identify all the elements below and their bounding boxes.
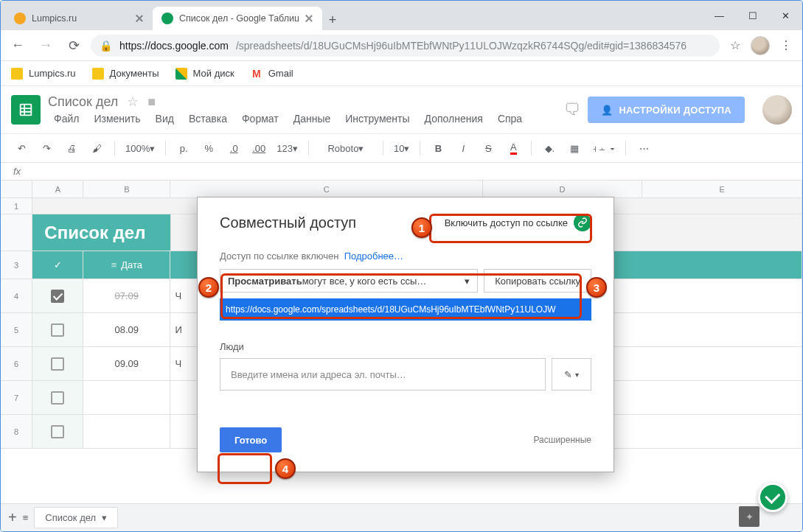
menu-file[interactable]: Файл [48,111,85,126]
row-header[interactable]: 8 [1,415,32,448]
explore-button[interactable]: ✦ [739,506,759,527]
menu-help[interactable]: Спра [492,111,528,126]
col-header[interactable]: E [642,181,802,197]
fillcolor-button[interactable]: ◆. [539,138,560,158]
bold-button[interactable]: B [428,138,448,158]
verified-fab-icon[interactable] [758,483,788,512]
menu-view[interactable]: Вид [150,111,180,126]
menu-data[interactable]: Данные [288,111,337,126]
sheet-tab[interactable]: Список дел▾ [34,507,118,528]
url-field[interactable]: 🔒 https://docs.google.com/spreadsheets/d… [91,35,720,57]
sheets-logo-icon[interactable] [11,95,41,125]
bookmark-item[interactable]: Мой диск [175,68,234,80]
currency-button[interactable]: р. [173,138,194,158]
redo-button[interactable]: ↷ [36,138,57,158]
comments-icon[interactable]: 🗨 [564,100,580,119]
checkbox[interactable] [51,391,64,405]
borders-button[interactable]: ▦ [564,138,585,158]
doc-title[interactable]: Список дел [48,94,118,110]
percent-button[interactable]: % [198,138,219,158]
bookmark-item[interactable]: MGmail [251,68,293,80]
strike-button[interactable]: S [478,138,498,158]
print-button[interactable]: 🖨 [61,138,82,158]
column-headers: A B C D E [1,181,802,198]
italic-button[interactable]: I [453,138,473,158]
browser-tab[interactable]: Список дел - Google Таблицы [153,7,322,30]
dec-increase-button[interactable]: .00 [248,138,269,158]
pencil-icon: ✎ [564,369,572,380]
all-sheets-button[interactable]: ≡ [23,512,29,523]
bookmark-item[interactable]: Документы [92,68,159,80]
dec-decrease-button[interactable]: .0 [223,138,244,158]
menu-edit[interactable]: Изменить [88,111,146,126]
menu-icon[interactable]: ⋮ [780,38,792,52]
menu-addons[interactable]: Дополнения [419,111,489,126]
enable-link-label: Включить доступ по ссылке [445,217,568,228]
cell-date[interactable]: 09.09 [83,347,170,380]
row-header[interactable]: 4 [1,279,32,312]
formula-bar[interactable]: fx [1,163,802,181]
folder-icon[interactable]: ■ [147,94,156,110]
header-check[interactable]: ✓ [32,251,83,279]
cell-date[interactable]: 07.09 [83,279,170,312]
reload-button[interactable]: ⟳ [63,35,85,57]
textcolor-button[interactable]: A [503,138,524,158]
close-icon[interactable] [305,14,313,23]
minimize-button[interactable]: — [703,1,736,30]
forward-button[interactable]: → [35,35,57,57]
more-button[interactable]: ⋯ [633,138,654,158]
col-header[interactable]: A [32,181,83,197]
dialog-title: Совместный доступ [220,214,356,231]
header-date[interactable]: ≡Дата [83,251,170,279]
font-dropdown[interactable]: Roboto ▾ [316,138,375,158]
checkbox[interactable] [51,425,64,438]
menu-format[interactable]: Формат [236,111,285,126]
copy-link-button[interactable]: Копировать ссылку [484,269,591,293]
sheet-bar: + ≡ Список дел▾ ✦ [1,503,802,531]
star-icon[interactable]: ☆ [127,94,139,110]
more-formats-button[interactable]: 123 ▾ [274,138,301,158]
close-button[interactable]: ✕ [769,1,802,30]
undo-button[interactable]: ↶ [11,138,32,158]
paint-format-button[interactable]: 🖌 [86,138,107,158]
account-avatar[interactable] [762,95,792,125]
checkbox[interactable] [51,323,64,337]
row-header[interactable]: 7 [1,381,32,414]
edit-permission-button[interactable]: ✎▾ [552,358,591,391]
profile-avatar[interactable] [751,36,770,55]
add-sheet-button[interactable]: + [8,509,17,526]
people-input[interactable]: Введите имена или адреса эл. почты… [220,358,546,391]
merge-button[interactable]: ⫞⫠ ▾ [589,138,618,158]
learn-more-link[interactable]: Подробнее… [344,251,403,262]
star-icon[interactable]: ☆ [730,38,740,52]
checkbox[interactable] [51,357,64,371]
share-link-field[interactable]: https://docs.google.com/spreadsheets/d/1… [220,298,591,321]
new-tab-button[interactable]: + [322,10,343,30]
row-header[interactable]: 3 [1,251,32,279]
url-path: /spreadsheets/d/18UGuCMsHj96uIbMTEbfWNtP… [236,40,686,52]
share-button[interactable]: 👤 НАСТРОЙКИ ДОСТУПА [588,97,745,123]
advanced-link[interactable]: Расширенные [533,435,591,445]
checkbox[interactable] [51,290,64,303]
browser-tab[interactable]: Lumpics.ru [5,7,153,30]
menu-insert[interactable]: Вставка [183,111,233,126]
row-header[interactable] [1,214,32,251]
col-header[interactable]: C [170,181,482,197]
cell-date[interactable]: 08.09 [83,313,170,346]
col-header[interactable]: D [483,181,643,197]
close-icon[interactable] [135,14,144,23]
title-cell[interactable]: Список дел [32,214,170,251]
fontsize-dropdown[interactable]: 10 ▾ [391,138,412,158]
menu-tools[interactable]: Инструменты [339,111,415,126]
back-button[interactable]: ← [7,35,29,57]
bookmark-item[interactable]: Lumpics.ru [11,68,76,80]
row-header[interactable]: 6 [1,347,32,380]
row-header[interactable]: 1 [1,198,32,214]
enable-link-button[interactable]: Включить доступ по ссылке [445,214,591,231]
done-button[interactable]: Готово [220,427,282,452]
zoom-dropdown[interactable]: 100% ▾ [122,138,158,158]
maximize-button[interactable]: ☐ [736,1,769,30]
col-header[interactable]: B [83,181,170,197]
row-header[interactable]: 5 [1,313,32,346]
permission-dropdown[interactable]: Просматривать могут все, у кого есть ссы… [220,269,478,293]
